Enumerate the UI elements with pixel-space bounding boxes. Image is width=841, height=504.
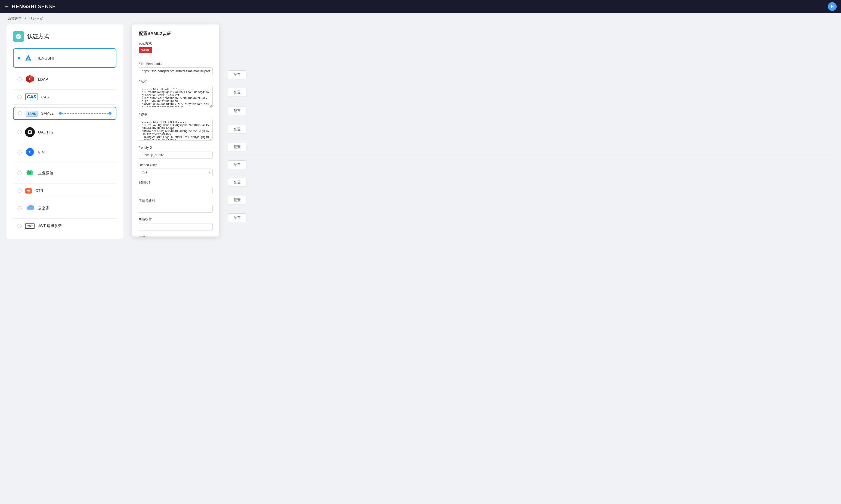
header-left: ☰ HENGSHI SENSE	[4, 3, 56, 10]
left-card: 认证方式 HENGSHI	[6, 24, 123, 239]
radio-ctr[interactable]	[17, 188, 22, 193]
entity-id-input[interactable]	[139, 151, 213, 159]
oauth2-config-row: 配置	[224, 121, 835, 138]
yunzhijia-config-button[interactable]: 配置	[228, 196, 246, 204]
auth-item-ldap[interactable]: L LDAP	[13, 70, 117, 88]
dingtalk-logo-icon	[25, 147, 35, 158]
wework-logo-icon	[25, 168, 35, 178]
auth-name-jwt: JWT 请求参数	[38, 223, 62, 228]
reload-user-label: Reload User	[139, 163, 213, 167]
phone-mapping-input[interactable]	[139, 205, 213, 213]
auth-item-saml2[interactable]: SAML SAML2	[13, 107, 117, 120]
radio-saml2[interactable]	[18, 111, 22, 115]
wework-config-button[interactable]: 配置	[228, 160, 246, 169]
config-panel-title: 配置SAML2认证	[139, 31, 213, 37]
breadcrumb-part1[interactable]: 系统设置	[7, 17, 22, 21]
panel-title: 认证方式	[13, 31, 117, 42]
svg-point-8	[29, 171, 31, 175]
ldap-config-button[interactable]: 配置	[228, 70, 246, 79]
cas-config-row: 配置	[224, 84, 835, 101]
auth-item-saml2-row: SAML SAML2	[13, 106, 117, 121]
yunzhijia-logo-icon	[25, 203, 35, 213]
auth-method-section: 认证方式 SAML	[139, 41, 213, 58]
cas-config-button[interactable]: 配置	[228, 88, 246, 97]
saml2-config-button[interactable]: 配置	[228, 107, 246, 115]
auth-item-cas[interactable]: CAS CAS	[13, 91, 117, 103]
idp-metadata-input[interactable]	[139, 68, 213, 75]
auth-item-jwt[interactable]: JWT JWT 请求参数	[13, 220, 117, 232]
radio-oauth2[interactable]	[17, 130, 22, 134]
reload-user-section: Reload User true false	[139, 163, 213, 176]
avatar[interactable]: H	[828, 2, 837, 11]
idp-metadata-section: * IdpMetadataUrl	[139, 62, 213, 75]
auth-name-oauth2: OAUTH2	[38, 130, 54, 134]
auth-item-oauth2[interactable]: OAUTH2	[13, 123, 117, 141]
ldap-config-row: 配置	[224, 66, 835, 84]
auth-item-wework[interactable]: 企业微信	[13, 164, 117, 182]
radio-cas[interactable]	[17, 95, 22, 99]
jwt-config-row: 配置	[224, 209, 835, 227]
auth-list: HENGSHI L LDAP	[13, 48, 117, 232]
email-mapping-input[interactable]	[139, 187, 213, 194]
panel-title-text: 认证方式	[27, 33, 49, 40]
wework-config-row: 配置	[224, 156, 835, 174]
ctr-logo-icon: ctr	[25, 188, 32, 193]
dingtalk-config-row: 配置	[224, 138, 835, 156]
private-key-label: * 私钥	[139, 79, 213, 84]
app-logo: HENGSHI SENSE	[12, 4, 56, 10]
auth-item-dingtalk[interactable]: 钉钉	[13, 143, 117, 161]
logo-normal: SENSE	[36, 4, 56, 9]
title-spacer	[224, 24, 835, 48]
auth-name-saml2: SAML2	[41, 111, 54, 115]
jwt-config-button[interactable]: 配置	[228, 213, 246, 222]
menu-icon[interactable]: ☰	[4, 3, 9, 10]
cert-section: * 证书 -----BEGIN CERTIFICATE----- MIICtCC…	[139, 112, 213, 141]
breadcrumb-part2: 认证方式	[29, 17, 43, 21]
saml-connection	[57, 112, 111, 115]
private-key-input[interactable]: -----BEGIN PRIVATE KEY----- MIIEvAIBADAN…	[139, 86, 213, 107]
group-mapping-section: 组映射	[139, 235, 213, 236]
saml2-config-row: 配置	[224, 102, 835, 121]
ldap-logo-icon: L	[25, 74, 35, 85]
hengshi-logo-icon	[23, 53, 33, 64]
breadcrumb: 系统设置 / 认证方式	[0, 13, 841, 24]
logo-bold: HENGSHI	[12, 4, 36, 9]
auth-name-cas: CAS	[41, 95, 49, 99]
app-header: ☰ HENGSHI SENSE H	[0, 0, 841, 13]
reload-user-select-wrapper: true false	[139, 168, 213, 176]
breadcrumb-separator: /	[25, 17, 27, 21]
auth-item-yunzhijia[interactable]: 云之家	[13, 199, 117, 217]
radio-ldap[interactable]	[17, 77, 22, 82]
auth-name-yunzhijia: 云之家	[38, 206, 50, 211]
dingtalk-config-button[interactable]: 配置	[228, 143, 246, 151]
email-mapping-label: 邮箱映射	[139, 180, 213, 185]
cert-input[interactable]: -----BEGIN CERTIFICATE----- MIICtCCA2CBg…	[139, 119, 213, 141]
oauth2-config-button[interactable]: 配置	[228, 125, 246, 134]
radio-wework[interactable]	[17, 171, 22, 175]
ctr-config-button[interactable]: 配置	[228, 178, 246, 187]
saml-brand-logo: SAML	[139, 47, 152, 53]
private-key-section: * 私钥 -----BEGIN PRIVATE KEY----- MIIEvAI…	[139, 79, 213, 108]
jwt-logo-icon: JWT	[25, 224, 35, 228]
auth-item-hengshi[interactable]: HENGSHI	[13, 48, 117, 68]
phone-mapping-label: 手机号映射	[139, 199, 213, 203]
auth-name-ldap: LDAP	[38, 77, 48, 82]
auth-method-label: 认证方式	[139, 41, 213, 46]
role-mapping-input[interactable]	[139, 223, 213, 231]
radio-dingtalk[interactable]	[17, 150, 22, 155]
saml-dot-right	[109, 112, 111, 115]
email-mapping-section: 邮箱映射	[139, 180, 213, 194]
radio-yunzhijia[interactable]	[17, 206, 22, 211]
yunzhijia-config-row: 配置	[224, 192, 835, 209]
hengshi-spacer	[224, 48, 835, 66]
role-mapping-section: 角色映射	[139, 217, 213, 231]
auth-item-ctr[interactable]: ctr CTR	[13, 184, 117, 197]
saml-dot-left	[59, 112, 62, 115]
svg-text:L: L	[29, 78, 31, 80]
radio-hengshi[interactable]	[18, 57, 20, 59]
radio-jwt[interactable]	[17, 224, 22, 228]
role-mapping-label: 角色映射	[139, 217, 213, 221]
reload-user-select[interactable]: true false	[139, 168, 213, 176]
entity-id-label: * entityID	[139, 146, 213, 149]
cert-label: * 证书	[139, 112, 213, 117]
